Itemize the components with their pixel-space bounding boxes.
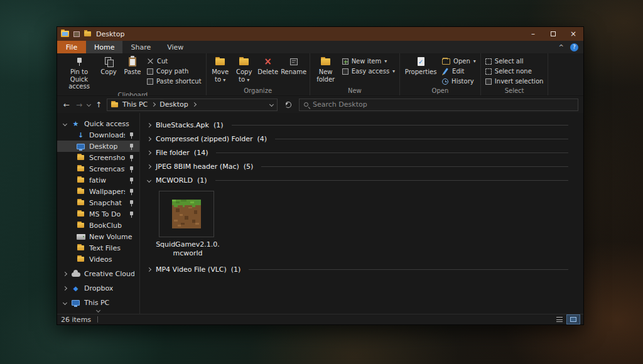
file-menu-label: File <box>66 43 77 51</box>
sidebar-item-label: Desktop <box>89 142 117 151</box>
sidebar-scroll-down[interactable] <box>57 309 139 312</box>
group-header-compressed-folder[interactable]: Compressed (zipped) Folder (4) <box>144 132 568 146</box>
chevron-right-icon[interactable] <box>146 150 151 154</box>
copy-to-button[interactable]: Copy to ▾ <box>233 55 256 83</box>
button-label: History <box>451 78 474 85</box>
search-box[interactable] <box>299 99 578 111</box>
chevron-right-icon[interactable] <box>146 164 151 168</box>
maximize-button[interactable] <box>543 27 563 41</box>
address-dropdown-chevron-icon[interactable] <box>269 102 274 107</box>
pin-to-quick-access-button[interactable]: Pin to Quick access <box>62 55 96 90</box>
group-name[interactable]: MP4 Video File (VLC) <box>156 265 227 274</box>
forward-button[interactable]: → <box>75 100 84 109</box>
sidebar-item-creative-cloud-files[interactable]: Creative Cloud Files <box>57 268 139 279</box>
cut-button[interactable]: Cut <box>145 56 203 66</box>
large-icons-view-button[interactable] <box>567 315 580 324</box>
chevron-right-icon[interactable] <box>146 267 151 272</box>
tab-share[interactable]: Share <box>122 41 159 53</box>
close-button[interactable]: × <box>563 27 583 41</box>
recent-locations-chevron-icon[interactable] <box>87 102 91 107</box>
sidebar-item-screencasts[interactable]: Screencasts <box>57 163 139 174</box>
group-header-file-folder[interactable]: File folder (14) <box>144 146 568 159</box>
button-label: Cut <box>157 58 168 65</box>
sidebar-item-videos[interactable]: Videos <box>57 254 139 265</box>
group-name[interactable]: Compressed (zipped) Folder <box>156 135 252 143</box>
chevron-right-icon[interactable] <box>146 136 151 141</box>
properties-icon: ✓ <box>418 57 424 66</box>
up-button[interactable]: ↑ <box>94 100 103 109</box>
open-button[interactable]: Open ▾ <box>440 56 478 66</box>
file-menu-button[interactable]: File <box>57 41 86 53</box>
group-name[interactable]: BlueStacks.Apk <box>156 121 209 129</box>
qat-new-folder-icon[interactable] <box>84 31 91 36</box>
back-button[interactable]: ← <box>62 100 71 109</box>
button-label: Copy path <box>156 68 188 75</box>
tab-home[interactable]: Home <box>86 41 122 53</box>
history-button[interactable]: History <box>440 77 478 86</box>
search-input[interactable] <box>313 100 573 109</box>
breadcrumb-separator-icon[interactable] <box>192 102 197 107</box>
file-explorer-window: Desktop – × File Home Share View ^ ? Pin… <box>57 26 584 325</box>
details-view-button[interactable] <box>553 315 566 324</box>
sidebar-item-wallpapers[interactable]: Wallpapers <box>57 186 139 197</box>
sidebar-item-fatiw[interactable]: fatiw <box>57 174 139 186</box>
easy-access-button[interactable]: Easy access ▾ <box>340 67 397 76</box>
group-name[interactable]: File folder <box>156 149 190 157</box>
group-header-bluestacks-apk[interactable]: BlueStacks.Apk (1) <box>144 118 568 132</box>
copy-button[interactable]: Copy <box>97 55 120 76</box>
sidebar-item-label: Videos <box>89 255 112 264</box>
edit-button[interactable]: Edit <box>440 67 478 76</box>
copy-path-button[interactable]: Copy path <box>145 67 203 76</box>
refresh-button[interactable] <box>281 99 295 111</box>
breadcrumb-root[interactable]: This PC <box>122 100 148 109</box>
new-item-button[interactable]: New item ▾ <box>340 56 397 66</box>
chevron-right-icon[interactable] <box>146 122 151 127</box>
new-folder-button[interactable]: New folder <box>313 55 339 83</box>
sidebar-item-quick-access[interactable]: ★ Quick access <box>57 118 139 129</box>
sidebar-item-text-files[interactable]: Text Files <box>57 242 139 254</box>
tab-view[interactable]: View <box>159 41 192 53</box>
breadcrumb[interactable]: This PC Desktop <box>107 99 278 111</box>
sidebar-item-new-volume-d[interactable]: New Volume (D:) <box>57 231 139 242</box>
titlebar[interactable]: Desktop – × <box>57 27 583 41</box>
group-header-mp4-video[interactable]: MP4 Video File (VLC) (1) <box>144 263 568 277</box>
chevron-right-icon[interactable] <box>62 271 67 276</box>
collapse-ribbon-icon[interactable]: ^ <box>559 44 564 51</box>
paste-button[interactable]: Paste <box>121 55 144 76</box>
sidebar-item-ms-to-do[interactable]: MS To Do <box>57 208 139 220</box>
chevron-down-icon[interactable] <box>62 121 67 126</box>
chevron-down-icon[interactable] <box>146 178 151 182</box>
chevron-right-icon[interactable] <box>62 286 67 290</box>
minimize-button[interactable]: – <box>523 27 543 41</box>
group-header-jpeg-8bim[interactable]: JPEG 8BIM header (Mac) (5) <box>144 159 568 173</box>
sidebar-item-snapchat[interactable]: Snapchat <box>57 197 139 208</box>
dropdown-arrow-icon: ▾ <box>473 58 476 64</box>
select-none-button[interactable]: Select none <box>484 67 546 76</box>
help-icon[interactable]: ? <box>570 43 578 51</box>
sidebar-item-dropbox[interactable]: ◆ Dropbox <box>57 282 139 294</box>
sidebar-item-this-pc[interactable]: This PC <box>57 297 139 308</box>
move-to-button[interactable]: Move to ▾ <box>209 55 232 83</box>
sidebar-item-downloads[interactable]: ↓ Downloads <box>57 129 139 141</box>
qat-properties-icon[interactable] <box>73 31 80 37</box>
delete-button[interactable]: × Delete <box>257 55 279 76</box>
properties-button[interactable]: ✓ Properties <box>403 55 439 76</box>
breadcrumb-separator-icon[interactable] <box>151 102 156 107</box>
group-count: (1) <box>197 176 207 185</box>
paste-shortcut-button[interactable]: Paste shortcut <box>145 77 203 86</box>
main-area: ★ Quick access ↓ Downloads Desktop Scree… <box>57 113 583 314</box>
sidebar-item-desktop[interactable]: Desktop <box>57 141 139 152</box>
sidebar-item-bookclub[interactable]: BookClub <box>57 220 139 231</box>
chevron-down-icon[interactable] <box>62 300 67 304</box>
invert-selection-button[interactable]: Invert selection <box>484 77 546 86</box>
group-header-mcworld[interactable]: MCWORLD (1) <box>144 173 568 187</box>
sidebar-item-screenshots[interactable]: Screenshots <box>57 152 139 163</box>
rename-button[interactable]: Rename <box>281 55 307 76</box>
select-all-button[interactable]: Select all <box>484 56 546 66</box>
breadcrumb-current[interactable]: Desktop <box>159 100 188 109</box>
file-item-squidgame-mcworld[interactable]: SquidGamev2.1.0.mcworld <box>154 191 222 258</box>
pin-icon <box>129 188 134 195</box>
group-divider <box>216 153 568 153</box>
group-name[interactable]: JPEG 8BIM header (Mac) <box>156 163 239 171</box>
group-name[interactable]: MCWORLD <box>156 176 193 185</box>
